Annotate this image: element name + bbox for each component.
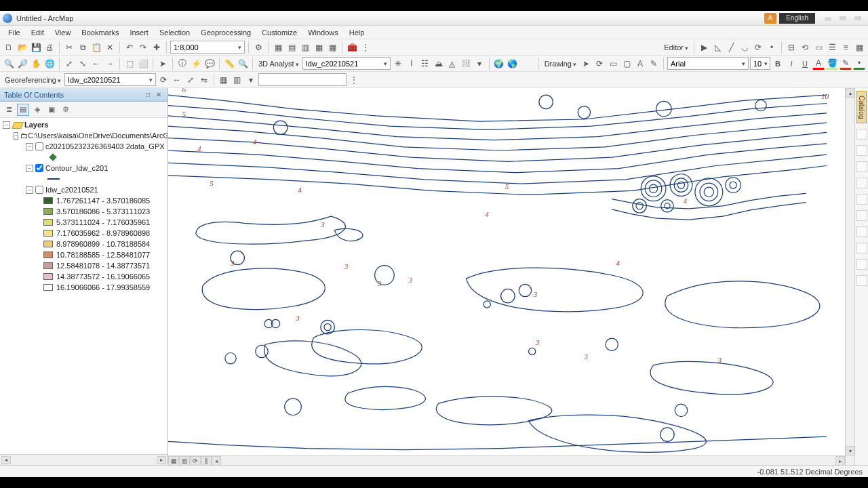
contour-icon[interactable]: ☷ — [419, 58, 431, 70]
zoom-in-icon[interactable]: 🔍 — [3, 58, 15, 70]
menu-view[interactable]: View — [50, 27, 77, 38]
dock-btn-7[interactable] — [856, 226, 867, 237]
clear-selection-icon[interactable]: ⬜ — [137, 58, 149, 70]
edit-point-icon[interactable]: • — [766, 41, 778, 54]
next-extent-icon[interactable]: → — [104, 58, 116, 70]
pan-icon[interactable]: ✋ — [30, 58, 42, 70]
idw-layer-row[interactable]: − Idw_c20210521 — [1, 184, 167, 195]
georef-layer-dropdown[interactable]: Idw_c20210521 — [64, 73, 156, 86]
georef-input[interactable] — [258, 73, 347, 86]
menu-insert[interactable]: Insert — [124, 27, 154, 38]
editor-dropdown[interactable]: Editor — [662, 43, 690, 52]
draw-edit-icon[interactable]: ✎ — [648, 58, 660, 70]
profile-icon[interactable]: ⛆ — [460, 58, 472, 70]
scale-dropdown[interactable]: 1:8,000 — [170, 41, 245, 54]
toc-list-by-drawing-icon[interactable]: ≣ — [3, 104, 15, 116]
fill-color-icon[interactable]: 🪣 — [826, 58, 838, 70]
toc-pin-icon[interactable]: □ — [143, 90, 153, 100]
toc-list-by-selection-icon[interactable]: ▣ — [45, 104, 58, 116]
legend-class-row[interactable]: 10.78188585 - 12.58481077 — [1, 249, 167, 260]
toc-tree[interactable]: − Layers − 🗀 C:\Users\kaisa\OneDrive\Doc… — [0, 118, 167, 454]
collapse-icon[interactable]: − — [3, 121, 10, 129]
scroll-right-icon[interactable]: ▸ — [835, 456, 845, 465]
pause-icon[interactable]: ‖ — [201, 456, 212, 465]
gpx-layer-row[interactable]: − c202105232326369403 2data_GPX — [1, 141, 167, 152]
menu-edit[interactable]: Edit — [26, 27, 50, 38]
language-badge[interactable]: A — [764, 13, 777, 24]
save-icon[interactable]: 💾 — [30, 41, 42, 54]
draw-text-icon[interactable]: A — [634, 58, 646, 70]
georef-scale-icon[interactable]: ⤢ — [184, 74, 197, 86]
toc-close-icon[interactable]: ✕ — [154, 90, 163, 100]
zoom-out-icon[interactable]: 🔎 — [16, 58, 28, 70]
italic-icon[interactable]: I — [785, 58, 797, 70]
extras-icon[interactable]: ⋮ — [359, 41, 372, 54]
georef-autoreg-icon[interactable]: ▾ — [245, 74, 257, 86]
bold-icon[interactable]: B — [772, 58, 784, 70]
html-popup-icon[interactable]: 💬 — [203, 58, 216, 70]
fixed-zoom-in-icon[interactable]: ⤢ — [63, 58, 75, 70]
redo-icon[interactable]: ↷ — [137, 41, 149, 54]
globe-icon[interactable]: 🌍 — [493, 58, 505, 70]
python-icon[interactable]: ▦ — [313, 41, 325, 54]
open-icon[interactable]: 📂 — [16, 41, 28, 54]
layout-view-icon[interactable]: ▥ — [179, 456, 190, 465]
edit-line-icon[interactable]: ╱ — [725, 41, 737, 54]
collapse-icon[interactable]: − — [26, 165, 33, 172]
georef-viewer-icon[interactable]: ▥ — [231, 74, 243, 86]
scroll-left-icon[interactable]: ◂ — [1, 456, 11, 464]
font-color-icon[interactable]: A — [812, 58, 825, 70]
create-features-icon[interactable]: ▾ — [473, 58, 486, 70]
delete-icon[interactable]: ✕ — [104, 41, 116, 54]
map-vertical-scrollbar[interactable]: ▴ ▾ — [845, 88, 854, 465]
menu-bookmarks[interactable]: Bookmarks — [76, 27, 124, 38]
edit-arc-icon[interactable]: ◡ — [738, 41, 751, 54]
dock-btn-9[interactable] — [856, 259, 867, 270]
font-size-dropdown[interactable]: 10 — [750, 57, 770, 70]
gpx-visibility-checkbox[interactable] — [35, 142, 43, 150]
dock-btn-2[interactable] — [856, 145, 867, 156]
add-data-icon[interactable]: ✚ — [151, 41, 163, 54]
identify-icon[interactable]: ⓘ — [176, 58, 189, 70]
menu-help[interactable]: Help — [344, 27, 370, 38]
edit-vertices-icon[interactable]: ◺ — [711, 41, 724, 54]
select-features-icon[interactable]: ⬚ — [123, 58, 136, 70]
measure-icon[interactable]: 📏 — [223, 58, 235, 70]
contour-symbol-row[interactable] — [1, 174, 167, 184]
fixed-zoom-out-icon[interactable]: ⤡ — [77, 58, 89, 70]
paste-icon[interactable]: 📋 — [90, 41, 102, 54]
dock-btn-3[interactable] — [856, 161, 867, 172]
source-path-row[interactable]: − 🗀 C:\Users\kaisa\OneDrive\Documents\Ar… — [1, 130, 167, 141]
draw-shape-icon[interactable]: ▢ — [620, 58, 633, 70]
map-horizontal-scrollbar[interactable]: ▦ ▥ ⟳ ‖ ◂ ▸ — [168, 455, 845, 465]
edit-pointer-icon[interactable]: ▶ — [698, 41, 710, 54]
find-icon[interactable]: 🔍 — [237, 58, 249, 70]
underline-icon[interactable]: U — [799, 58, 811, 70]
georef-shift-icon[interactable]: ↔ — [171, 74, 183, 86]
edit-sketch-icon[interactable]: ≡ — [840, 41, 852, 54]
edit-rotate-icon[interactable]: ⟲ — [799, 41, 811, 54]
legend-class-row[interactable]: 16.19066066 - 17.99358559 — [1, 282, 167, 293]
steepest-icon[interactable]: ⛰ — [433, 58, 445, 70]
los-icon[interactable]: ◬ — [446, 58, 458, 70]
legend-class-row[interactable]: 14.38773572 - 16.19066065 — [1, 271, 167, 282]
new-icon[interactable]: 🗋 — [3, 41, 15, 54]
prev-extent-icon[interactable]: ← — [90, 58, 102, 70]
draw-rotate-icon[interactable]: ⟳ — [593, 58, 606, 70]
georef-more-icon[interactable]: ⋮ — [348, 74, 360, 86]
collapse-icon[interactable]: − — [14, 132, 18, 140]
legend-class-row[interactable]: 7.176035962 - 8.978960898 — [1, 228, 167, 239]
edit-split-icon[interactable]: ⊟ — [785, 41, 797, 54]
dock-btn-4[interactable] — [856, 178, 867, 188]
font-dropdown[interactable]: Arial — [667, 57, 749, 70]
pointer-icon[interactable]: ➤ — [157, 58, 169, 70]
contour-visibility-checkbox[interactable] — [35, 164, 43, 172]
dataframe-row[interactable]: − Layers — [1, 119, 167, 130]
georef-dropdown[interactable]: Georeferencing — [3, 76, 63, 84]
toc-scrollbar[interactable]: ◂ ▸ — [0, 454, 167, 465]
catalog-icon[interactable]: ▤ — [285, 41, 298, 54]
collapse-icon[interactable]: − — [26, 143, 33, 150]
search-icon[interactable]: ▥ — [299, 41, 311, 54]
draw-rect-icon[interactable]: ▭ — [607, 58, 619, 70]
edit-merge-icon[interactable]: ▭ — [812, 41, 825, 54]
